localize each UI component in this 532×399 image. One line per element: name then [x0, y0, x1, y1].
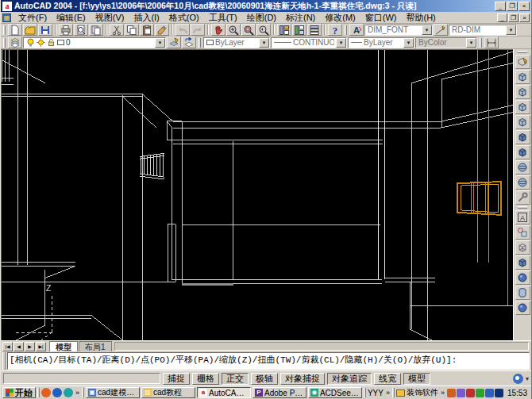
edit-polyline-button[interactable]: [515, 55, 530, 69]
pan-button[interactable]: [211, 24, 226, 36]
close-button[interactable]: ×: [519, 2, 530, 11]
3d-orbit-button[interactable]: [515, 225, 530, 240]
zoom-window-button[interactable]: [241, 24, 256, 36]
tray-icon-3[interactable]: [466, 389, 475, 397]
print-preview-button[interactable]: [74, 24, 88, 36]
paste-button[interactable]: [140, 24, 154, 36]
wireframe-button[interactable]: [515, 240, 530, 255]
tray-icon-5[interactable]: [485, 389, 494, 397]
layer-previous-button[interactable]: [182, 36, 196, 48]
chevron-down-icon[interactable]: ▼: [506, 25, 516, 35]
tray-icon-1[interactable]: [447, 389, 456, 397]
drawing-canvas[interactable]: Z: [1, 49, 513, 340]
menu-item-format[interactable]: 格式(O): [164, 12, 204, 24]
doc-close-button[interactable]: ×: [519, 13, 530, 22]
new-button[interactable]: [8, 24, 22, 36]
tab-nav-next[interactable]: ▶: [25, 342, 35, 351]
restore-button[interactable]: ❐: [507, 2, 518, 11]
open-button[interactable]: [23, 24, 37, 36]
menu-item-draw[interactable]: 绘图(D): [242, 12, 281, 24]
task-button-2[interactable]: aAutoCAD 200...: [197, 387, 251, 398]
toolbar-grip[interactable]: [3, 25, 6, 35]
task-button-3[interactable]: PAdobe Photo...: [253, 387, 306, 398]
color-combobox[interactable]: ByLayer ▼: [203, 37, 270, 48]
task-button-4[interactable]: ◉ACDSee v3.1...: [308, 387, 362, 398]
communication-center-icon[interactable]: [513, 374, 523, 384]
menu-item-insert[interactable]: 插入(I): [129, 12, 164, 24]
tool-palettes-button[interactable]: [307, 24, 322, 36]
quick-launch-messenger-icon[interactable]: [64, 388, 73, 397]
help-button[interactable]: ?: [328, 24, 342, 36]
extrude-button[interactable]: [515, 100, 530, 114]
union-button[interactable]: [515, 145, 530, 159]
cut-button[interactable]: [110, 24, 124, 36]
language-indicator[interactable]: YYY: [368, 389, 384, 397]
named-views-button[interactable]: A: [515, 210, 530, 224]
tab-nav-first[interactable]: |◀: [2, 342, 13, 351]
horizontal-scrollbar[interactable]: [114, 342, 529, 351]
chevron-down-icon[interactable]: ▼: [422, 25, 432, 35]
dimension-linear-button[interactable]: [484, 36, 499, 48]
toolbar-grip[interactable]: [480, 38, 482, 48]
status-toggle-lwt[interactable]: 线宽: [374, 373, 401, 385]
status-toggle-grid[interactable]: 栅格: [192, 373, 219, 385]
status-toggle-ortho[interactable]: 正交: [222, 373, 249, 385]
dim-style-combobox[interactable]: RD-DIM ▼: [449, 25, 517, 36]
make-object-layer-current-button[interactable]: [167, 36, 181, 48]
status-toggle-polar[interactable]: 极轴: [251, 373, 278, 385]
tray-icon-4[interactable]: [476, 389, 484, 397]
tray-icon-2[interactable]: [457, 389, 465, 397]
chevron-down-icon[interactable]: ▼: [155, 38, 165, 48]
chevron-down-icon[interactable]: ▼: [336, 38, 346, 48]
text-style-combobox[interactable]: DIM_FONT ▼: [364, 25, 433, 36]
shaded-sphere-button[interactable]: [515, 301, 530, 315]
dome-button[interactable]: [515, 175, 530, 190]
start-button[interactable]: 开始: [2, 387, 36, 398]
publish-button[interactable]: [89, 24, 103, 36]
tab-模型[interactable]: 模型: [49, 341, 78, 351]
dim-style-button[interactable]: [434, 24, 448, 36]
designcenter-button[interactable]: [292, 24, 306, 36]
menu-item-help[interactable]: 帮助(H): [402, 12, 441, 24]
command-line[interactable]: [相机(CA)/目标(TA)/距离(D)/点(PO)/平移(PA)/缩放(Z)/…: [7, 352, 530, 370]
minimize-button[interactable]: _: [495, 2, 506, 11]
folder-toolbar-chevron[interactable]: »: [440, 389, 445, 397]
text-style-button[interactable]: A: [349, 24, 364, 36]
folder-toolbar-label[interactable]: 装饰软件: [407, 387, 438, 398]
wedge-button[interactable]: [515, 85, 530, 99]
menu-item-window[interactable]: 窗口(W): [360, 12, 402, 24]
tab-nav-prev[interactable]: ◀: [13, 342, 24, 351]
status-toggle-model[interactable]: 模型: [403, 373, 430, 385]
cylinder-button[interactable]: [515, 286, 530, 300]
quick-launch-overflow-chevron[interactable]: »: [75, 389, 80, 397]
status-toggle-osnap[interactable]: 对象捕捉: [280, 373, 325, 385]
command-window-grip[interactable]: [2, 352, 6, 370]
quick-launch-ie-icon[interactable]: [52, 388, 62, 397]
task-button-1[interactable]: ▨cad教程: [141, 387, 195, 398]
copy-button[interactable]: [125, 24, 139, 36]
save-button[interactable]: [38, 24, 52, 36]
sphere-button[interactable]: [515, 160, 530, 175]
toolbar-grip[interactable]: [3, 38, 6, 48]
status-tray-arrow-icon[interactable]: ▾: [526, 375, 529, 382]
layer-combobox[interactable]: 0 ▼: [23, 37, 166, 48]
menu-item-view[interactable]: 视图(V): [91, 12, 129, 24]
folder-toolbar-icon[interactable]: [396, 389, 405, 397]
properties-button[interactable]: [277, 24, 291, 36]
doc-minimize-button[interactable]: _: [497, 13, 507, 22]
task-button-0[interactable]: ▣cad建模教程...: [86, 387, 140, 398]
undo-button[interactable]: [175, 24, 190, 36]
doc-restore-button[interactable]: ❐: [508, 13, 519, 22]
drawing-document-icon[interactable]: ▦: [2, 13, 11, 22]
layer-properties-button[interactable]: [8, 36, 22, 48]
revolve-button[interactable]: [515, 115, 530, 129]
gouraud-button[interactable]: [515, 270, 530, 285]
box-button[interactable]: [515, 70, 530, 84]
title-bar[interactable]: a AutoCAD 2004 - [f:\yy\ys1\2006年\2006年1…: [1, 0, 531, 12]
tray-icon-6[interactable]: [495, 389, 503, 397]
chevron-down-icon[interactable]: ▼: [259, 38, 269, 48]
menu-item-modify[interactable]: 修改(M): [320, 12, 360, 24]
quick-launch-browser-icon[interactable]: [41, 388, 51, 397]
menu-item-dimension[interactable]: 标注(N): [281, 12, 320, 24]
toolbar-grip[interactable]: [345, 25, 347, 35]
